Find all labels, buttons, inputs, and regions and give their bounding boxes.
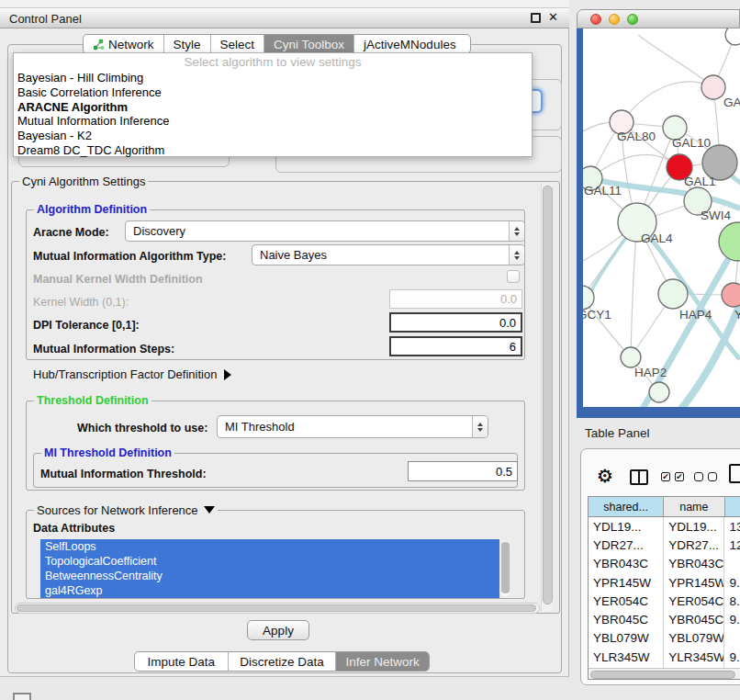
control-panel-titlebar[interactable]: Control Panel ✕ [0, 7, 569, 28]
attribute-item-selected[interactable]: TopologicalCoefficient [40, 554, 499, 569]
table-horizontal-scrollbar[interactable] [589, 668, 740, 679]
close-traffic-icon[interactable] [590, 14, 601, 25]
network-canvas[interactable]: GAL7 GAL80 GAL10 GAL1 GAL11 SWI4 GAL4 GC… [577, 28, 740, 418]
checked-box-icon[interactable]: ✔ [675, 472, 684, 481]
node-label: HAP4 [679, 308, 712, 322]
algorithm-option[interactable]: Dream8 DC_TDC Algorithm [14, 143, 532, 158]
tab-cyni-toolbox[interactable]: Cyni Toolbox [264, 35, 354, 53]
algorithm-option[interactable]: Bayesian - Hill Climbing [14, 71, 532, 85]
mi-steps-label: Mutual Information Steps: [33, 343, 174, 356]
tab-impute-data[interactable]: Impute Data [135, 652, 229, 671]
cell: YPR145W [589, 573, 664, 592]
cell: 12 [724, 536, 740, 554]
column-header-shared-name[interactable]: shared... [589, 497, 664, 516]
tab-select[interactable]: Select [211, 35, 265, 53]
table-row[interactable]: YDR27... YDR27... 12 [589, 536, 740, 554]
data-attributes-label: Data Attributes [33, 522, 115, 535]
table-row[interactable]: YPR145W YPR145W 9. [589, 573, 740, 592]
unchecked-box-icon[interactable] [708, 472, 717, 481]
minimize-traffic-icon[interactable] [609, 14, 620, 25]
checked-box-icon[interactable]: ✔ [661, 472, 670, 481]
table-row[interactable]: YBL079W YBL079W [589, 629, 740, 648]
algorithm-option-selected[interactable]: ARACNE Algorithm [14, 100, 532, 115]
cell: 8. [724, 592, 740, 610]
which-threshold-value: MI Threshold [225, 420, 295, 434]
tab-infer-network[interactable]: Infer Network [336, 652, 429, 671]
algorithm-option[interactable]: Bayesian - K2 [14, 129, 532, 143]
hub-definition-expander[interactable]: Hub/Transcription Factor Definition [33, 367, 231, 381]
table-row[interactable]: YDL19... YDL19... 13 [589, 517, 740, 536]
mi-threshold-title: MI Threshold Definition [41, 446, 174, 459]
settings-vertical-scrollbar[interactable] [541, 184, 553, 612]
tab-label: Impute Data [148, 655, 216, 669]
document-icon[interactable] [729, 464, 740, 483]
attribute-list-scrollbar[interactable] [501, 541, 510, 596]
table-row[interactable]: YER054C YER054C 8. [589, 592, 740, 610]
cell: YER054C [589, 592, 664, 610]
cell: YPR145W [664, 573, 724, 592]
algorithm-option[interactable]: Mutual Information Inference [14, 114, 532, 129]
mi-threshold-value: 0.5 [496, 465, 512, 479]
tab-label: jActiveMNodules [364, 38, 456, 51]
table-row[interactable]: YBR043C YBR043C [589, 555, 740, 573]
tab-network[interactable]: Network [84, 35, 164, 53]
column-header-clipped[interactable]: A [725, 497, 740, 516]
network-view-window[interactable]: GAL7 GAL80 GAL10 GAL1 GAL11 SWI4 GAL4 GC… [577, 9, 740, 418]
sources-title[interactable]: Sources for Network Inference [34, 503, 218, 517]
attribute-item-selected[interactable]: SelfLoops [40, 539, 499, 554]
apply-label: Apply [263, 624, 294, 638]
node-unlabeled[interactable] [725, 28, 740, 45]
which-threshold-select[interactable]: MI Threshold [217, 415, 488, 438]
control-panel-title: Control Panel [9, 12, 82, 26]
unchecked-box-icon[interactable] [694, 472, 703, 481]
close-icon[interactable]: ✕ [548, 10, 558, 24]
kernel-width-input[interactable]: 0.0 [389, 289, 522, 309]
network-graph[interactable]: GAL7 GAL80 GAL10 GAL1 GAL11 SWI4 GAL4 GC… [583, 28, 740, 407]
node-hap2[interactable] [621, 347, 641, 367]
dpi-tolerance-input[interactable]: 0.0 [389, 312, 522, 333]
sources-title-text: Sources for Network Inference [37, 503, 198, 517]
expander-arrow-icon [224, 369, 231, 380]
split-view-icon[interactable] [630, 469, 648, 485]
cell: YBR043C [589, 555, 664, 573]
data-attributes-list[interactable]: SelfLoops TopologicalCoefficient Between… [40, 539, 499, 598]
node-gal7[interactable] [701, 75, 725, 99]
table-header-row: shared... name A [589, 497, 740, 517]
node-table[interactable]: shared... name A YDL19... YDL19... 13 YD… [588, 496, 740, 680]
node-unlabeled[interactable] [649, 382, 669, 402]
aracne-mode-label: Aracne Mode: [33, 226, 109, 239]
aracne-mode-select[interactable]: Discovery [125, 220, 525, 242]
cyni-settings-title: Cyni Algorithm Settings [19, 175, 148, 188]
node-green-bright[interactable] [719, 222, 740, 261]
settings-horizontal-scrollbar[interactable] [15, 603, 540, 614]
table-row[interactable]: YBR045C YBR045C 9. [589, 610, 740, 628]
gear-icon[interactable]: ⚙ [597, 465, 613, 487]
tab-style[interactable]: Style [164, 35, 211, 53]
table-row[interactable]: YLR345W YLR345W 9. [589, 648, 740, 666]
mi-type-select[interactable]: Naive Bayes [252, 244, 525, 265]
column-header-name[interactable]: name [664, 497, 724, 516]
node-label: SWI4 [701, 209, 731, 222]
network-icon [93, 39, 105, 51]
cell: YLR345W [589, 648, 664, 666]
node-hap4[interactable] [658, 279, 688, 309]
popup-header: Select algorithm to view settings [14, 55, 532, 71]
node-pink[interactable] [722, 283, 740, 307]
attribute-item-selected[interactable]: gal4RGexp [40, 583, 499, 598]
bottom-tabs: Impute Data Discretize Data Infer Networ… [134, 651, 430, 672]
apply-button[interactable]: Apply [247, 620, 309, 640]
stepper-icon [472, 416, 488, 437]
algorithm-dropdown-popup: Select algorithm to view settings Bayesi… [13, 52, 533, 157]
manual-kernel-checkbox[interactable] [507, 270, 520, 283]
tab-discretize-data[interactable]: Discretize Data [229, 652, 337, 671]
mi-steps-input[interactable]: 6 [389, 336, 522, 356]
mi-threshold-input[interactable]: 0.5 [408, 461, 518, 481]
float-icon[interactable] [531, 13, 541, 23]
collapsed-panel-icon[interactable] [13, 693, 31, 700]
algorithm-option[interactable]: Basic Correlation Inference [14, 85, 532, 100]
attribute-item-selected[interactable]: BetweennessCentrality [40, 569, 499, 583]
cell: YER054C [664, 592, 724, 610]
tab-jactivemnodules[interactable]: jActiveMNodules [354, 35, 465, 53]
network-window-titlebar[interactable] [577, 9, 740, 28]
maximize-traffic-icon[interactable] [627, 14, 638, 25]
